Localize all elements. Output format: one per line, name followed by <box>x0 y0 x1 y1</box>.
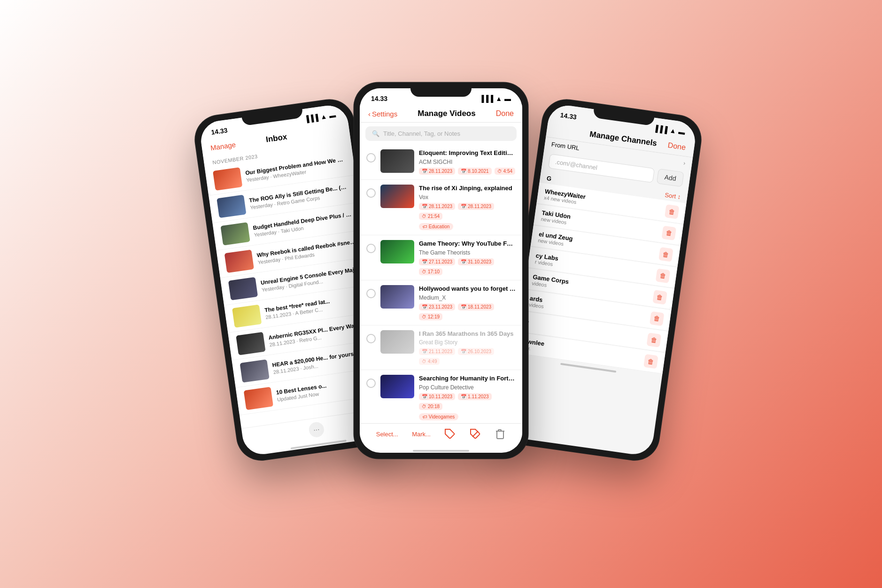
clock-icon-2: ⏱ <box>422 214 426 219</box>
video-checkbox-4[interactable] <box>366 289 376 298</box>
search-icon-center: 🔍 <box>372 130 379 137</box>
tag-remove-icon <box>470 428 481 440</box>
video-channel-1: ACM SIGCHI <box>419 159 516 165</box>
video-meta-4: 📅 23.11.2023 📅 18.11.2023 ⏱ 12:19 <box>419 303 516 320</box>
date-published-tag-4: 📅 18.11.2023 <box>458 303 494 310</box>
duration-tag-2: ⏱ 21:54 <box>419 213 442 220</box>
more-button[interactable]: ··· <box>308 421 325 438</box>
channel-list: WheezyWaiter x4 new videos 🗑 Taki Udon n… <box>515 183 686 374</box>
bottom-toolbar-center: Select... Mark... <box>360 423 522 447</box>
date-added-tag-4: 📅 23.11.2023 <box>419 303 455 310</box>
video-item-5[interactable]: I Ran 365 Marathons In 365 Days Great Bi… <box>360 325 522 371</box>
delete-channel-button-5[interactable]: 🗑 <box>652 290 667 305</box>
delete-channel-button-8[interactable]: 🗑 <box>643 354 658 369</box>
date-added-tag-5: 📅 21.11.2023 <box>419 348 455 355</box>
screen-right: 14.33 ▐▐▐ ▲ ▬ Manage Channels Done From … <box>504 103 698 456</box>
video-info-6: Searching for Humanity in Fortnite's Ba.… <box>419 375 516 420</box>
done-button-right[interactable]: Done <box>667 141 686 152</box>
video-thumb-2 <box>380 185 414 208</box>
mark-label: Mark... <box>412 431 431 438</box>
inbox-thumb-3 <box>220 222 250 246</box>
signal-icon-left: ▐▐▐ <box>304 114 319 123</box>
delete-channel-button-1[interactable]: 🗑 <box>665 204 680 219</box>
home-indicator-center <box>413 450 469 452</box>
done-button-center[interactable]: Done <box>496 109 514 118</box>
status-icons-center: ▐▐▐ ▲ ▬ <box>479 95 511 102</box>
delete-button[interactable] <box>495 428 506 440</box>
svg-line-2 <box>472 431 478 437</box>
inbox-thumb-9 <box>244 387 273 410</box>
video-item-6[interactable]: Searching for Humanity in Fortnite's Ba.… <box>360 370 522 423</box>
calendar2-icon-3: 📅 <box>461 259 466 264</box>
video-thumb-1 <box>380 149 414 173</box>
battery-icon-center: ▬ <box>504 95 511 102</box>
battery-icon-left: ▬ <box>329 111 336 120</box>
video-thumb-3 <box>380 240 414 263</box>
duration-tag-1: ⏱ 4:54 <box>495 168 515 175</box>
time-center: 14.33 <box>371 95 387 102</box>
select-button[interactable]: Select... <box>376 431 398 438</box>
delete-channel-button-2[interactable]: 🗑 <box>661 225 676 240</box>
channel-url-placeholder: .com/@channel <box>555 158 598 171</box>
manage-button[interactable]: Manage <box>210 140 236 151</box>
date-added-tag-1: 📅 28.11.2023 <box>419 168 455 175</box>
video-item-4[interactable]: Hollywood wants you to forget about D...… <box>360 280 522 325</box>
education-tag[interactable]: 🏷 Education <box>419 223 453 230</box>
sort-button[interactable]: Sort ↕ <box>665 191 681 201</box>
clock-icon-3: ⏱ <box>422 269 426 274</box>
thumb-visual-3 <box>380 240 414 263</box>
video-item-3[interactable]: Game Theory: Why YouTube Feels Boring Th… <box>360 235 522 280</box>
delete-channel-button-4[interactable]: 🗑 <box>656 269 671 284</box>
search-bar-center[interactable]: 🔍 Title, Channel, Tag, or Notes <box>365 126 517 141</box>
inbox-thumb-2 <box>217 195 246 218</box>
calendar2-icon-5: 📅 <box>461 349 466 354</box>
duration-tag-5: ⏱ 4:49 <box>419 358 440 365</box>
video-item-1[interactable]: Eloquent: Improving Text Editing on Mo..… <box>360 145 522 180</box>
video-checkbox-6[interactable] <box>366 379 376 388</box>
clock-icon-1: ⏱ <box>497 169 502 174</box>
video-info-1: Eloquent: Improving Text Editing on Mo..… <box>419 149 516 175</box>
notch-center <box>410 83 472 97</box>
phone-right: 14.33 ▐▐▐ ▲ ▬ Manage Channels Done From … <box>497 97 704 463</box>
inbox-thumb-1 <box>213 167 242 191</box>
calendar2-icon-6: 📅 <box>461 394 466 399</box>
date-added-tag-3: 📅 27.11.2023 <box>419 258 455 265</box>
calendar2-icon-2: 📅 <box>461 204 466 209</box>
nav-bar-center: ‹ Settings Manage Videos Done <box>360 105 522 123</box>
video-item-2[interactable]: The rise of Xi Jinping, explained Vox 📅 … <box>360 180 522 235</box>
video-checkbox-3[interactable] <box>366 244 376 253</box>
video-channel-3: The Game Theorists <box>419 249 516 256</box>
date-published-tag-5: 📅 26.10.2023 <box>458 348 494 355</box>
video-checkbox-5[interactable] <box>366 334 376 343</box>
delete-channel-button-7[interactable]: 🗑 <box>646 333 661 348</box>
from-url-label: From URL <box>551 141 580 152</box>
delete-channel-button-3[interactable]: 🗑 <box>658 247 673 262</box>
add-channel-button[interactable]: Add <box>657 169 684 187</box>
date-published-tag-2: 📅 28.11.2023 <box>458 203 494 210</box>
calendar-icon-3: 📅 <box>422 259 427 264</box>
phones-container: 14.33 ▐▐▐ ▲ ▬ Manage Inbox NOVEMBER 2023 <box>230 59 652 529</box>
back-button-center[interactable]: ‹ Settings <box>368 110 397 118</box>
tag-button[interactable] <box>444 428 456 440</box>
calendar-icon-2: 📅 <box>422 204 427 209</box>
video-title-5: I Ran 365 Marathons In 365 Days <box>419 330 516 338</box>
calendar2-icon-1: 📅 <box>461 169 466 174</box>
delete-channel-button-6[interactable]: 🗑 <box>650 311 665 326</box>
tag-remove-button[interactable] <box>470 428 481 440</box>
back-label-center: Settings <box>372 110 397 118</box>
tags-row-6: 🏷 Videogames <box>419 412 516 420</box>
status-icons-left: ▐▐▐ ▲ ▬ <box>304 111 336 123</box>
video-checkbox-2[interactable] <box>366 188 376 198</box>
videogames-tag[interactable]: 🏷 Videogames <box>419 413 458 420</box>
video-channel-4: Medium_X <box>419 294 516 301</box>
mark-button[interactable]: Mark... <box>412 431 431 438</box>
time-right: 14.33 <box>560 111 577 121</box>
inbox-thumb-6 <box>232 304 262 328</box>
duration-tag-4: ⏱ 12:19 <box>419 313 442 320</box>
calendar-icon-6: 📅 <box>422 394 427 399</box>
tags-row-2: 🏷 Education <box>419 222 516 230</box>
tag-icon <box>444 428 456 440</box>
video-meta-5: 📅 21.11.2023 📅 26.10.2023 ⏱ 4:49 <box>419 348 516 365</box>
inbox-thumb-5 <box>228 277 258 301</box>
video-checkbox-1[interactable] <box>366 153 376 162</box>
